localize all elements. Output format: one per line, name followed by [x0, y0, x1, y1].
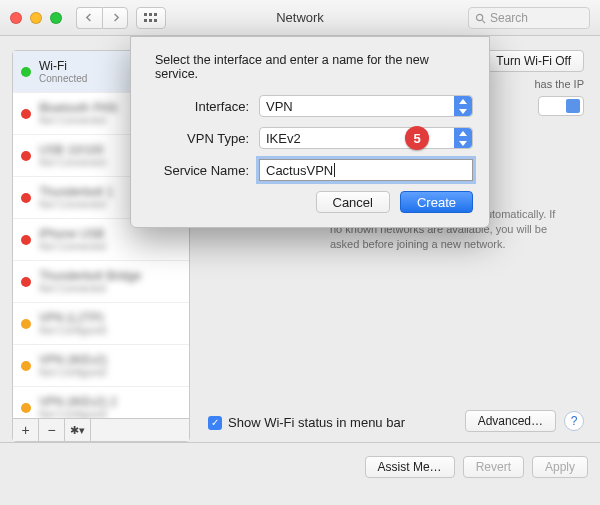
- sheet-prompt: Select the interface and enter a name fo…: [147, 53, 473, 81]
- service-name-input[interactable]: CactusVPN: [259, 159, 473, 181]
- text-caret: [334, 163, 335, 177]
- interface-label: Interface:: [147, 99, 259, 114]
- chevron-up-down-icon: [454, 128, 472, 148]
- vpn-type-value: IKEv2: [266, 131, 301, 146]
- service-name-label: Service Name:: [147, 163, 259, 178]
- cancel-button[interactable]: Cancel: [316, 191, 390, 213]
- create-button[interactable]: Create: [400, 191, 473, 213]
- service-name-value: CactusVPN: [266, 163, 333, 178]
- vpn-type-label: VPN Type:: [147, 131, 259, 146]
- chevron-up-down-icon: [454, 96, 472, 116]
- vpn-type-dropdown[interactable]: IKEv2: [259, 127, 473, 149]
- interface-value: VPN: [266, 99, 293, 114]
- interface-dropdown[interactable]: VPN: [259, 95, 473, 117]
- new-service-sheet: Select the interface and enter a name fo…: [130, 36, 490, 228]
- step-callout-badge: 5: [405, 126, 429, 150]
